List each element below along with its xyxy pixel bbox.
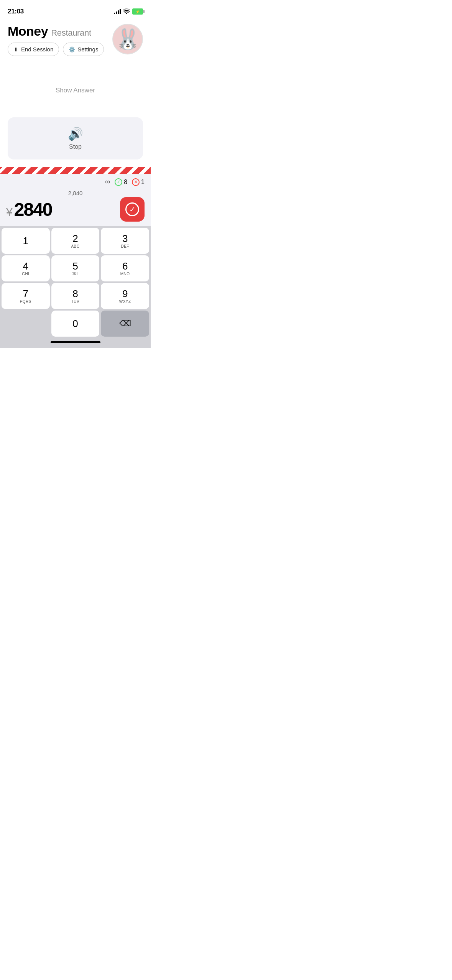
num-letters: ABC (71, 244, 79, 248)
num-key-6[interactable]: 6MNO (101, 255, 149, 281)
numpad: 12ABC3DEF4GHI5JKL6MNO7PQRS8TUV9WXYZ0⌫ (0, 226, 151, 338)
app-title: Money (8, 24, 48, 39)
num-key-2[interactable]: 2ABC (51, 228, 100, 254)
status-time: 21:03 (8, 8, 24, 15)
end-session-label: End Session (21, 46, 53, 53)
wrong-stat: ✕ 1 (132, 178, 145, 186)
num-key-4[interactable]: 4GHI (2, 255, 50, 281)
stripe-divider (0, 167, 151, 174)
num-digit: 0 (72, 319, 78, 329)
num-digit: 8 (72, 289, 78, 299)
num-letters: DEF (121, 244, 129, 248)
stop-label: Stop (69, 143, 82, 150)
num-letters: PQRS (20, 299, 31, 304)
pause-icon: ⏸ (13, 46, 19, 53)
stats-row: ∞ ✓ 8 ✕ 1 (0, 174, 151, 188)
status-bar: 21:03 ⚡ (0, 0, 151, 19)
num-letters: JKL (72, 272, 79, 276)
num-key-1[interactable]: 1 (2, 228, 50, 254)
show-answer-text: Show Answer (56, 87, 95, 94)
amount-hint: 2,840 (6, 190, 145, 196)
wrong-count: 1 (141, 179, 145, 186)
end-session-button[interactable]: ⏸ End Session (8, 43, 59, 56)
num-digit: 7 (23, 289, 28, 299)
num-digit: 2 (72, 233, 78, 243)
confirm-button[interactable]: ✓ (120, 197, 145, 222)
check-circle-icon: ✓ (115, 178, 122, 186)
gear-icon: ⚙️ (69, 46, 75, 53)
num-letters: TUV (71, 299, 80, 304)
num-digit: 4 (23, 261, 28, 271)
header-title: Money Restaurant (8, 24, 104, 39)
num-digit: 1 (23, 236, 28, 246)
home-bar (51, 341, 100, 343)
amount-row: ¥ 2840 ✓ (6, 197, 145, 222)
num-digit: 5 (72, 261, 78, 271)
app-subtitle: Restaurant (51, 28, 91, 38)
signal-icon (114, 9, 121, 14)
status-icons: ⚡ (114, 8, 143, 15)
show-answer-area[interactable]: Show Answer (8, 67, 143, 113)
wifi-icon (123, 8, 130, 15)
header-buttons: ⏸ End Session ⚙️ Settings (8, 43, 104, 56)
num-letters: GHI (22, 272, 29, 276)
settings-button[interactable]: ⚙️ Settings (63, 43, 104, 56)
num-key-3[interactable]: 3DEF (101, 228, 149, 254)
correct-stat: ✓ 8 (115, 178, 127, 186)
num-digit: 3 (122, 233, 128, 243)
num-key-8[interactable]: 8TUV (51, 283, 100, 309)
correct-count: 8 (124, 179, 127, 186)
header: Money Restaurant ⏸ End Session ⚙️ Settin… (0, 19, 151, 60)
backspace-icon: ⌫ (119, 319, 131, 329)
empty-key (2, 311, 50, 337)
infinity-icon: ∞ (105, 178, 110, 186)
yen-symbol: ¥ (6, 206, 13, 219)
home-indicator (0, 338, 151, 348)
amount-number: 2840 (14, 199, 52, 220)
amount-value: ¥ 2840 (6, 199, 52, 220)
x-circle-icon: ✕ (132, 178, 140, 186)
num-digit: 6 (122, 261, 128, 271)
battery-icon: ⚡ (132, 8, 143, 15)
num-key-7[interactable]: 7PQRS (2, 283, 50, 309)
header-left: Money Restaurant ⏸ End Session ⚙️ Settin… (8, 24, 104, 56)
stop-button[interactable]: 🔊 Stop (8, 117, 143, 159)
blur-overlay[interactable]: Show Answer (8, 67, 143, 113)
num-digit: 9 (122, 289, 128, 299)
amount-display: 2,840 ¥ 2840 ✓ (0, 188, 151, 226)
num-key-5[interactable]: 5JKL (51, 255, 100, 281)
num-key-9[interactable]: 9WXYZ (101, 283, 149, 309)
num-letters: MNO (120, 272, 130, 276)
avatar: 🐰 (112, 24, 143, 54)
num-key-0[interactable]: 0 (51, 311, 100, 337)
backspace-key[interactable]: ⌫ (101, 311, 149, 337)
settings-label: Settings (77, 46, 98, 53)
num-letters: WXYZ (119, 299, 131, 304)
checkmark-icon: ✓ (125, 202, 139, 216)
speaker-icon: 🔊 (68, 127, 83, 141)
